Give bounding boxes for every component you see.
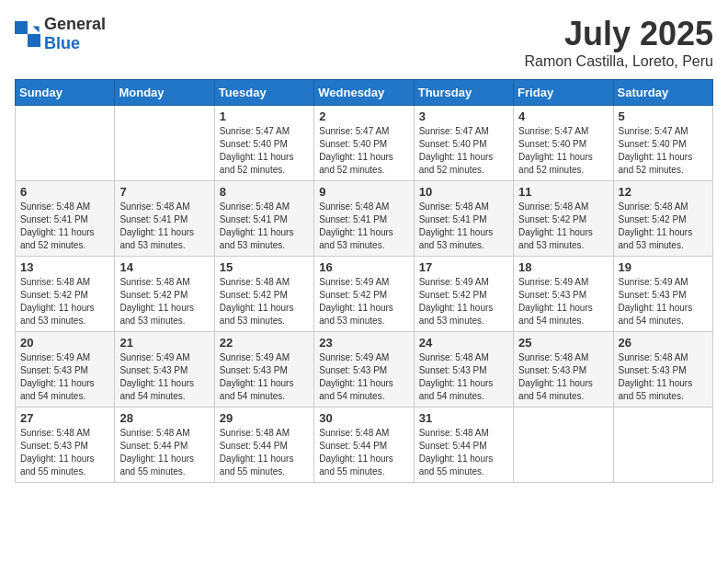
calendar-week-3: 13Sunrise: 5:48 AM Sunset: 5:42 PM Dayli…: [16, 257, 713, 332]
calendar-cell-3-7: 19Sunrise: 5:49 AM Sunset: 5:43 PM Dayli…: [613, 257, 712, 332]
weekday-header-monday: Monday: [115, 80, 214, 106]
calendar-cell-2-6: 11Sunrise: 5:48 AM Sunset: 5:42 PM Dayli…: [514, 181, 613, 257]
calendar-cell-1-7: 5Sunrise: 5:47 AM Sunset: 5:40 PM Daylig…: [613, 106, 712, 181]
day-info-20: Sunrise: 5:49 AM Sunset: 5:43 PM Dayligh…: [20, 351, 109, 403]
calendar-cell-5-4: 30Sunrise: 5:48 AM Sunset: 5:44 PM Dayli…: [314, 408, 414, 483]
calendar-cell-2-7: 12Sunrise: 5:48 AM Sunset: 5:42 PM Dayli…: [613, 181, 712, 257]
day-number-27: 27: [20, 411, 109, 425]
day-info-11: Sunrise: 5:48 AM Sunset: 5:42 PM Dayligh…: [518, 201, 608, 252]
day-info-29: Sunrise: 5:48 AM Sunset: 5:44 PM Dayligh…: [220, 427, 309, 478]
weekday-header-friday: Friday: [514, 80, 613, 106]
day-number-15: 15: [220, 260, 309, 274]
calendar-cell-5-2: 28Sunrise: 5:48 AM Sunset: 5:44 PM Dayli…: [115, 408, 214, 483]
calendar-cell-3-2: 14Sunrise: 5:48 AM Sunset: 5:42 PM Dayli…: [115, 257, 214, 332]
day-number-12: 12: [619, 185, 708, 199]
calendar-cell-2-5: 10Sunrise: 5:48 AM Sunset: 5:41 PM Dayli…: [414, 181, 513, 257]
day-info-24: Sunrise: 5:48 AM Sunset: 5:43 PM Dayligh…: [419, 351, 508, 403]
day-info-1: Sunrise: 5:47 AM Sunset: 5:40 PM Dayligh…: [220, 125, 309, 177]
day-info-3: Sunrise: 5:47 AM Sunset: 5:40 PM Dayligh…: [419, 125, 508, 177]
logo-general: General: [44, 15, 106, 33]
day-number-4: 4: [518, 109, 608, 123]
logo-blue: Blue: [44, 34, 80, 52]
month-title: July 2025: [525, 15, 713, 53]
calendar-cell-4-1: 20Sunrise: 5:49 AM Sunset: 5:43 PM Dayli…: [16, 332, 115, 408]
day-info-27: Sunrise: 5:48 AM Sunset: 5:43 PM Dayligh…: [20, 427, 109, 478]
day-info-25: Sunrise: 5:48 AM Sunset: 5:43 PM Dayligh…: [518, 351, 608, 403]
day-number-18: 18: [518, 260, 608, 274]
calendar-cell-4-7: 26Sunrise: 5:48 AM Sunset: 5:43 PM Dayli…: [613, 332, 712, 408]
weekday-header-wednesday: Wednesday: [314, 80, 414, 106]
calendar-cell-2-1: 6Sunrise: 5:48 AM Sunset: 5:41 PM Daylig…: [16, 181, 115, 257]
calendar-week-4: 20Sunrise: 5:49 AM Sunset: 5:43 PM Dayli…: [16, 332, 713, 408]
calendar-cell-4-2: 21Sunrise: 5:49 AM Sunset: 5:43 PM Dayli…: [115, 332, 214, 408]
day-number-22: 22: [220, 336, 309, 350]
calendar-cell-1-2: [115, 106, 214, 181]
day-number-3: 3: [419, 109, 508, 123]
day-number-6: 6: [20, 185, 109, 199]
calendar-cell-5-3: 29Sunrise: 5:48 AM Sunset: 5:44 PM Dayli…: [214, 408, 313, 483]
calendar-cell-2-3: 8Sunrise: 5:48 AM Sunset: 5:41 PM Daylig…: [214, 181, 313, 257]
day-info-15: Sunrise: 5:48 AM Sunset: 5:42 PM Dayligh…: [220, 276, 309, 327]
calendar-cell-3-5: 17Sunrise: 5:49 AM Sunset: 5:42 PM Dayli…: [414, 257, 513, 332]
calendar-cell-3-6: 18Sunrise: 5:49 AM Sunset: 5:43 PM Dayli…: [514, 257, 613, 332]
day-info-26: Sunrise: 5:48 AM Sunset: 5:43 PM Dayligh…: [619, 351, 708, 403]
day-info-4: Sunrise: 5:47 AM Sunset: 5:40 PM Dayligh…: [518, 125, 608, 177]
calendar-cell-5-5: 31Sunrise: 5:48 AM Sunset: 5:44 PM Dayli…: [414, 408, 513, 483]
day-number-23: 23: [319, 336, 408, 350]
calendar-week-1: 1Sunrise: 5:47 AM Sunset: 5:40 PM Daylig…: [16, 106, 713, 181]
day-info-2: Sunrise: 5:47 AM Sunset: 5:40 PM Dayligh…: [319, 125, 408, 177]
day-number-2: 2: [319, 109, 408, 123]
location-title: Ramon Castilla, Loreto, Peru: [525, 53, 713, 70]
calendar-week-2: 6Sunrise: 5:48 AM Sunset: 5:41 PM Daylig…: [16, 181, 713, 257]
day-info-31: Sunrise: 5:48 AM Sunset: 5:44 PM Dayligh…: [419, 427, 508, 478]
calendar-cell-1-1: [16, 106, 115, 181]
logo: General Blue: [15, 15, 106, 53]
day-number-24: 24: [419, 336, 508, 350]
day-info-16: Sunrise: 5:49 AM Sunset: 5:42 PM Dayligh…: [319, 276, 408, 327]
weekday-header-row: SundayMondayTuesdayWednesdayThursdayFrid…: [16, 80, 713, 106]
calendar-cell-3-3: 15Sunrise: 5:48 AM Sunset: 5:42 PM Dayli…: [214, 257, 313, 332]
day-info-12: Sunrise: 5:48 AM Sunset: 5:42 PM Dayligh…: [619, 201, 708, 252]
weekday-header-saturday: Saturday: [613, 80, 712, 106]
day-number-31: 31: [419, 411, 508, 425]
svg-rect-3: [28, 34, 40, 47]
day-number-8: 8: [220, 185, 309, 199]
day-number-16: 16: [319, 260, 408, 274]
day-info-23: Sunrise: 5:49 AM Sunset: 5:43 PM Dayligh…: [319, 351, 408, 403]
day-info-10: Sunrise: 5:48 AM Sunset: 5:41 PM Dayligh…: [419, 201, 508, 252]
page-header: General Blue July 2025 Ramon Castilla, L…: [15, 15, 713, 70]
day-number-11: 11: [518, 185, 608, 199]
title-block: July 2025 Ramon Castilla, Loreto, Peru: [525, 15, 713, 70]
calendar-cell-1-3: 1Sunrise: 5:47 AM Sunset: 5:40 PM Daylig…: [214, 106, 313, 181]
calendar-cell-1-4: 2Sunrise: 5:47 AM Sunset: 5:40 PM Daylig…: [314, 106, 414, 181]
day-info-6: Sunrise: 5:48 AM Sunset: 5:41 PM Dayligh…: [20, 201, 109, 252]
day-number-7: 7: [119, 185, 209, 199]
day-info-19: Sunrise: 5:49 AM Sunset: 5:43 PM Dayligh…: [619, 276, 708, 327]
calendar-cell-5-6: [514, 408, 613, 483]
weekday-header-sunday: Sunday: [16, 80, 115, 106]
day-info-13: Sunrise: 5:48 AM Sunset: 5:42 PM Dayligh…: [20, 276, 109, 327]
day-number-14: 14: [119, 260, 209, 274]
calendar-cell-5-7: [613, 408, 712, 483]
day-info-28: Sunrise: 5:48 AM Sunset: 5:44 PM Dayligh…: [119, 427, 209, 478]
weekday-header-tuesday: Tuesday: [214, 80, 313, 106]
calendar-week-5: 27Sunrise: 5:48 AM Sunset: 5:43 PM Dayli…: [16, 408, 713, 483]
day-number-28: 28: [119, 411, 209, 425]
day-number-9: 9: [319, 185, 408, 199]
calendar-cell-1-6: 4Sunrise: 5:47 AM Sunset: 5:40 PM Daylig…: [514, 106, 613, 181]
calendar-cell-2-4: 9Sunrise: 5:48 AM Sunset: 5:41 PM Daylig…: [314, 181, 414, 257]
day-info-8: Sunrise: 5:48 AM Sunset: 5:41 PM Dayligh…: [220, 201, 309, 252]
logo-icon: [15, 21, 40, 47]
day-info-7: Sunrise: 5:48 AM Sunset: 5:41 PM Dayligh…: [119, 201, 209, 252]
day-info-22: Sunrise: 5:49 AM Sunset: 5:43 PM Dayligh…: [220, 351, 309, 403]
logo-text: General Blue: [44, 15, 106, 53]
day-number-20: 20: [20, 336, 109, 350]
day-info-5: Sunrise: 5:47 AM Sunset: 5:40 PM Dayligh…: [619, 125, 708, 177]
calendar-cell-4-5: 24Sunrise: 5:48 AM Sunset: 5:43 PM Dayli…: [414, 332, 513, 408]
weekday-header-thursday: Thursday: [414, 80, 513, 106]
day-number-5: 5: [619, 109, 708, 123]
day-number-19: 19: [619, 260, 708, 274]
calendar-cell-3-1: 13Sunrise: 5:48 AM Sunset: 5:42 PM Dayli…: [16, 257, 115, 332]
calendar-cell-4-4: 23Sunrise: 5:49 AM Sunset: 5:43 PM Dayli…: [314, 332, 414, 408]
day-number-30: 30: [319, 411, 408, 425]
